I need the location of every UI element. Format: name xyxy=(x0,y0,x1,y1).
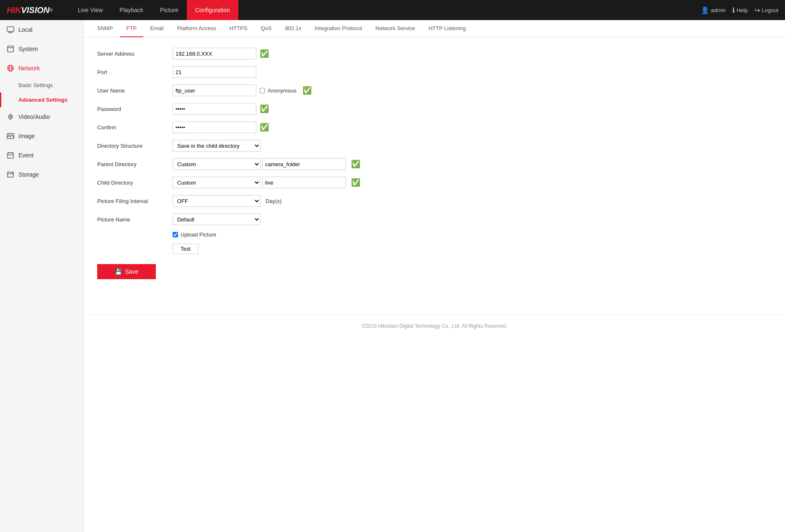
tab-https[interactable]: HTTPS xyxy=(223,20,254,37)
logo-hik: HIK xyxy=(7,5,21,15)
sidebar-label-network: Network xyxy=(18,65,40,72)
anonymous-checkbox[interactable] xyxy=(260,88,265,93)
password-check-icon: ✅ xyxy=(260,104,269,113)
confirm-check-icon: ✅ xyxy=(260,123,269,132)
save-label: Save xyxy=(125,268,139,275)
confirm-input[interactable] xyxy=(173,121,256,133)
picture-name-row: Picture Name Default Custom xyxy=(97,213,772,226)
directory-structure-label: Directory Structure xyxy=(97,143,173,149)
system-icon xyxy=(7,45,14,53)
password-input[interactable] xyxy=(173,103,256,115)
tab-platform-access[interactable]: Platform Access xyxy=(170,20,223,37)
tab-integration-protocol[interactable]: Integration Protocol xyxy=(308,20,369,37)
parent-directory-input[interactable] xyxy=(262,158,346,170)
tab-8021x[interactable]: 802.1x xyxy=(278,20,308,37)
server-address-input[interactable] xyxy=(173,48,256,59)
logout-link[interactable]: ↪ Logout xyxy=(754,6,778,14)
picture-name-label: Picture Name xyxy=(97,216,173,223)
sidebar-item-event[interactable]: Event xyxy=(0,146,83,165)
picture-filing-interval-group: OFF 1 2 3 7 30 Day(s) xyxy=(173,195,281,207)
upload-picture-row: Upload Picture xyxy=(173,231,772,238)
child-directory-check-icon: ✅ xyxy=(351,178,360,187)
server-address-label: Server Address xyxy=(97,51,173,57)
picture-filing-interval-select[interactable]: OFF 1 2 3 7 30 xyxy=(173,195,261,207)
tab-network-service[interactable]: Network Service xyxy=(369,20,422,37)
test-row: Test xyxy=(173,244,772,254)
port-row: Port xyxy=(97,66,772,78)
top-navigation: HIKVISION® Live View Playback Picture Co… xyxy=(0,0,785,20)
sidebar-label-videoaudio: Video/Audio xyxy=(18,113,50,120)
directory-structure-select[interactable]: Save in the child directory Save in the … xyxy=(173,140,261,152)
sidebar-label-event: Event xyxy=(18,152,34,159)
user-menu[interactable]: 👤 admin xyxy=(701,6,726,14)
directory-structure-row: Directory Structure Save in the child di… xyxy=(97,139,772,152)
child-directory-select[interactable]: Custom Use device name Use device number xyxy=(173,177,261,188)
anonymous-wrap: Anonymous ✅ xyxy=(260,86,312,95)
sidebar-item-system[interactable]: System xyxy=(0,39,83,59)
svg-point-10 xyxy=(10,116,11,118)
test-button[interactable]: Test xyxy=(173,244,199,254)
layout: Local System Network Basic Settings Adva… xyxy=(0,20,785,532)
network-icon xyxy=(7,64,14,72)
nav-right: 👤 admin ℹ Help ↪ Logout xyxy=(701,6,778,14)
sidebar-item-storage[interactable]: Storage xyxy=(0,165,83,184)
sidebar-sub-basic[interactable]: Basic Settings xyxy=(0,78,83,93)
port-input[interactable] xyxy=(173,66,256,78)
parent-directory-check-icon: ✅ xyxy=(351,159,360,169)
tab-snmp[interactable]: SNMP xyxy=(90,20,120,37)
svg-point-9 xyxy=(8,115,13,119)
username-input[interactable] xyxy=(173,85,256,96)
parent-directory-select[interactable]: Custom Use device name Use device number xyxy=(173,158,261,170)
password-row: Password ✅ xyxy=(97,103,772,115)
upload-picture-checkbox[interactable] xyxy=(173,232,178,237)
picture-filing-interval-unit: Day(s) xyxy=(266,198,281,204)
picture-filing-interval-row: Picture Filing Interval OFF 1 2 3 7 30 D… xyxy=(97,195,772,207)
tab-qos[interactable]: QoS xyxy=(254,20,278,37)
username: admin xyxy=(711,7,726,13)
monitor-icon xyxy=(7,26,14,33)
image-icon xyxy=(7,132,14,140)
child-directory-input[interactable] xyxy=(262,177,346,188)
sidebar-item-image[interactable]: Image xyxy=(0,126,83,146)
username-label: User Name xyxy=(97,87,173,94)
footer: ©2019 Hikvision Digital Technology Co., … xyxy=(84,314,785,337)
save-button[interactable]: 💾 Save xyxy=(97,264,156,279)
password-label: Password xyxy=(97,106,173,112)
sidebar-label-local: Local xyxy=(18,26,32,33)
help-link[interactable]: ℹ Help xyxy=(732,6,748,14)
help-label: Help xyxy=(736,7,748,13)
main-content: SNMP FTP Email Platform Access HTTPS QoS… xyxy=(84,20,785,532)
sidebar-item-videoaudio[interactable]: Video/Audio xyxy=(0,107,83,126)
svg-point-14 xyxy=(8,134,10,136)
child-directory-label: Child Directory xyxy=(97,180,173,186)
nav-live-view[interactable]: Live View xyxy=(70,0,111,20)
user-icon: 👤 xyxy=(701,6,709,14)
nav-links: Live View Playback Picture Configuration xyxy=(70,0,701,20)
sidebar-label-image: Image xyxy=(18,133,35,139)
event-icon xyxy=(7,152,14,159)
logout-icon: ↪ xyxy=(754,6,760,14)
parent-directory-label: Parent Directory xyxy=(97,161,173,167)
nav-picture[interactable]: Picture xyxy=(152,0,187,20)
sidebar-item-network[interactable]: Network xyxy=(0,59,83,78)
sidebar-label-system: System xyxy=(18,46,38,52)
nav-configuration[interactable]: Configuration xyxy=(187,0,238,20)
save-area: 💾 Save xyxy=(97,264,772,279)
picture-name-select[interactable]: Default Custom xyxy=(173,213,261,225)
tab-http-listening[interactable]: HTTP Listening xyxy=(422,20,473,37)
tab-email[interactable]: Email xyxy=(143,20,170,37)
svg-rect-15 xyxy=(8,153,13,158)
sidebar-item-local[interactable]: Local xyxy=(0,20,83,39)
sidebar-sub-advanced[interactable]: Advanced Settings xyxy=(0,93,83,107)
save-icon: 💾 xyxy=(115,268,122,275)
confirm-label: Confirm xyxy=(97,124,173,131)
svg-rect-0 xyxy=(7,27,14,31)
tab-ftp[interactable]: FTP xyxy=(120,20,144,37)
tab-bar: SNMP FTP Email Platform Access HTTPS QoS… xyxy=(84,20,785,37)
upload-picture-label: Upload Picture xyxy=(181,231,216,238)
anonymous-label: Anonymous xyxy=(268,87,297,94)
anonymous-check-icon: ✅ xyxy=(302,86,312,95)
svg-rect-4 xyxy=(8,46,13,52)
nav-playback[interactable]: Playback xyxy=(111,0,152,20)
parent-directory-row: Parent Directory Custom Use device name … xyxy=(97,158,772,170)
